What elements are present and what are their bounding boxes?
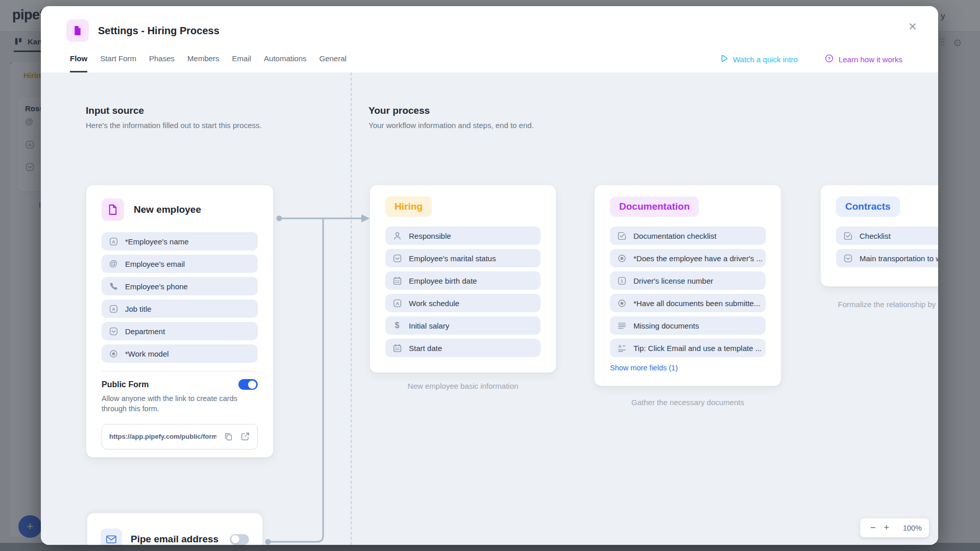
question-circle-icon: ? — [824, 54, 834, 65]
field-pill[interactable]: A *Employee's name — [102, 232, 258, 251]
phase-card-documentation[interactable]: Documentation Documentation checklist *D… — [594, 185, 781, 386]
dropdown-icon — [108, 327, 118, 336]
tab-email[interactable]: Email — [232, 46, 252, 72]
field-pill[interactable]: A Work schedule — [385, 294, 541, 312]
start-form-card-header: New employee — [102, 198, 258, 221]
number-icon: 1 — [617, 276, 627, 286]
field-pill[interactable]: 1 Driver's license number — [610, 271, 766, 290]
dropdown-icon — [843, 254, 853, 263]
field-pill[interactable]: Responsible — [385, 227, 541, 245]
dropdown-icon — [392, 254, 402, 263]
field-pill[interactable]: Documentation checklist — [610, 227, 766, 245]
field-pill[interactable]: $ Initial salary — [385, 316, 541, 335]
tab-general[interactable]: General — [319, 46, 346, 72]
radio-icon — [108, 349, 118, 359]
svg-text:?: ? — [828, 56, 831, 61]
field-pill[interactable]: Main transportation to w — [836, 249, 938, 267]
external-link-icon[interactable] — [240, 432, 250, 441]
section-subtitle: Here's the information filled out to sta… — [86, 121, 351, 130]
play-icon — [719, 54, 728, 65]
tab-phases[interactable]: Phases — [149, 46, 175, 72]
field-pill[interactable]: Start date — [385, 339, 541, 357]
tab-flow[interactable]: Flow — [70, 46, 87, 72]
statement-icon: A — [617, 343, 627, 353]
email-icon: @ — [108, 260, 118, 268]
public-form-toggle[interactable] — [238, 379, 258, 390]
field-pill[interactable]: A Tip: Click Email and use a template ..… — [610, 339, 766, 357]
text-field-icon: A — [108, 237, 118, 246]
start-form-title: New employee — [134, 204, 201, 215]
pipe-email-card[interactable]: Pipe email address — [87, 513, 263, 545]
text-field-icon: A — [108, 304, 118, 314]
show-more-fields-link[interactable]: Show more fields (1) — [610, 364, 678, 372]
field-pill[interactable]: Checklist — [836, 227, 938, 245]
flow-canvas: Input source Here's the information fill… — [41, 72, 938, 545]
phase-card-hiring[interactable]: Hiring Responsible Employee's marital st… — [370, 185, 556, 373]
phone-icon — [108, 282, 118, 291]
field-pill[interactable]: Employee birth date — [385, 271, 541, 290]
field-pill[interactable]: *Does the employee have a driver's ... — [610, 249, 766, 267]
pipe-document-icon — [66, 19, 89, 42]
pipe-email-toggle[interactable] — [230, 534, 249, 545]
start-form-card[interactable]: New employee A *Employee's name @ Employ… — [86, 185, 274, 458]
copy-icon[interactable] — [224, 432, 233, 441]
field-pill[interactable]: Employee's marital status — [385, 249, 541, 267]
modal-header: Settings - Hiring Process × — [41, 6, 938, 46]
zoom-level: 100% — [903, 524, 922, 532]
svg-text:A: A — [112, 307, 115, 312]
phase-caption: Formalize the relationship by contracts — [837, 299, 938, 310]
tab-members[interactable]: Members — [187, 46, 219, 72]
long-text-icon — [617, 321, 627, 331]
phase-chip[interactable]: Documentation — [610, 196, 699, 217]
public-form-url[interactable]: https://app.pipefy.com/public/form/6X_..… — [109, 433, 216, 440]
public-form-description: Allow anyone with the link to create car… — [102, 393, 255, 414]
your-process-heading: Your process Your workflow information a… — [369, 105, 634, 130]
phase-chip[interactable]: Contracts — [836, 196, 900, 217]
watch-intro-button[interactable]: Watch a quick intro — [719, 54, 798, 65]
zoom-out-button[interactable]: − — [867, 522, 879, 533]
svg-text:A: A — [396, 301, 399, 306]
divider — [102, 371, 258, 371]
svg-text:1: 1 — [621, 279, 623, 284]
zoom-controls: − + 100% — [860, 518, 929, 537]
radio-icon — [617, 298, 627, 308]
envelope-icon — [101, 529, 122, 545]
input-source-heading: Input source Here's the information fill… — [86, 105, 351, 130]
screen: pipef y Kan Hiring Ross @ A I + ⚙ — [0, 0, 980, 551]
text-field-icon: A — [392, 298, 402, 308]
phase-card-contracts[interactable]: Contracts Checklist Main transportation … — [820, 185, 938, 287]
pipe-email-title: Pipe email address — [131, 534, 221, 545]
radio-icon — [617, 254, 627, 263]
tab-start-form[interactable]: Start Form — [100, 46, 136, 72]
section-title: Your process — [369, 105, 634, 116]
header-links: Watch a quick intro ? Learn how it works — [719, 46, 902, 72]
modal-title: Settings - Hiring Process — [98, 19, 219, 42]
section-divider — [351, 72, 352, 545]
public-form-title: Public Form — [102, 380, 149, 389]
svg-text:A: A — [112, 239, 115, 244]
field-pill[interactable]: A Job title — [102, 299, 258, 318]
field-pill[interactable]: Missing documents — [610, 316, 766, 335]
calendar-icon — [392, 343, 402, 353]
field-pill[interactable]: Department — [102, 322, 258, 340]
section-subtitle: Your workflow information and steps, end… — [369, 121, 634, 130]
svg-text:A: A — [618, 344, 621, 349]
calendar-icon — [392, 276, 402, 286]
currency-icon: $ — [392, 321, 402, 330]
assignee-icon — [392, 231, 402, 241]
checklist-icon — [617, 231, 627, 241]
document-outline-icon — [102, 198, 124, 221]
public-form-url-box: https://app.pipefy.com/public/form/6X_..… — [102, 424, 258, 449]
close-icon[interactable]: × — [903, 17, 922, 36]
field-pill[interactable]: Employee's phone — [102, 277, 258, 295]
zoom-in-button[interactable]: + — [881, 522, 893, 533]
phase-caption: New employee basic information — [370, 381, 556, 392]
field-pill[interactable]: *Have all documents been submitte... — [610, 294, 766, 312]
phase-chip[interactable]: Hiring — [385, 196, 432, 217]
tab-automations[interactable]: Automations — [264, 46, 306, 72]
learn-how-button[interactable]: ? Learn how it works — [824, 54, 902, 65]
field-pill[interactable]: *Work model — [102, 344, 258, 363]
section-title: Input source — [86, 105, 351, 116]
modal-tabs: Flow Start Form Phases Members Email Aut… — [41, 46, 938, 72]
field-pill[interactable]: @ Employee's email — [102, 255, 258, 273]
